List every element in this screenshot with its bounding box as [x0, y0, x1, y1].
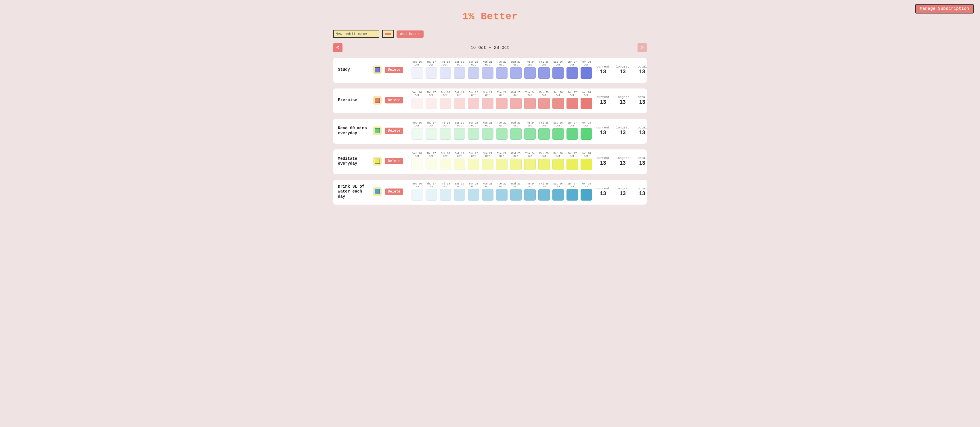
habit-day-cell[interactable] [510, 67, 522, 79]
new-habit-input[interactable] [333, 30, 379, 38]
habit-day-cell[interactable] [482, 159, 493, 170]
delete-habit-button[interactable]: Delete [385, 189, 403, 195]
habit-day-cell[interactable] [552, 67, 564, 79]
habit-day-cell[interactable] [454, 128, 465, 140]
habit-day-cell[interactable] [440, 189, 451, 200]
day-header-label: Thu 17 Oct [427, 152, 436, 158]
habit-day-cell[interactable] [566, 98, 578, 109]
day-column: Tue 22 Oct [495, 183, 508, 200]
habit-day-cell[interactable] [412, 98, 423, 109]
habit-day-cell[interactable] [440, 67, 451, 79]
day-column: Sat 19 Oct [453, 61, 466, 79]
habit-day-cell[interactable] [454, 98, 465, 109]
habit-day-cell[interactable] [566, 159, 578, 170]
habit-day-cell[interactable] [440, 98, 451, 109]
habit-day-cell[interactable] [496, 67, 508, 79]
habit-day-cell[interactable] [412, 189, 423, 200]
habit-color-picker[interactable] [373, 65, 382, 74]
habit-day-cell[interactable] [426, 98, 437, 109]
habit-day-cell[interactable] [524, 159, 536, 170]
habit-day-cell[interactable] [566, 189, 578, 200]
habit-day-cell[interactable] [581, 189, 592, 200]
habit-day-cell[interactable] [538, 159, 550, 170]
habit-day-cell[interactable] [454, 67, 465, 79]
habit-day-cell[interactable] [482, 67, 493, 79]
habit-day-cell[interactable] [468, 189, 479, 200]
habit-day-cell[interactable] [510, 189, 522, 200]
day-column: Mon 28 Oct [580, 91, 593, 109]
habit-color-picker[interactable] [373, 157, 382, 165]
habit-day-cell[interactable] [496, 189, 508, 200]
habit-day-cell[interactable] [538, 128, 550, 140]
habit-day-cell[interactable] [581, 98, 592, 109]
habit-day-cell[interactable] [482, 98, 493, 109]
day-header-label: Mon 28 Oct [582, 122, 591, 128]
day-column: Sat 26 Oct [552, 61, 565, 79]
habit-color-picker[interactable] [373, 187, 382, 196]
delete-habit-button[interactable]: Delete [385, 97, 403, 103]
habit-day-cell[interactable] [524, 98, 536, 109]
habit-color-picker[interactable] [373, 96, 382, 105]
habit-day-cell[interactable] [412, 159, 423, 170]
habit-day-cell[interactable] [468, 128, 479, 140]
manage-subscription-button[interactable]: Manage Subscription [915, 4, 974, 14]
day-column: Mon 21 Oct [481, 122, 494, 140]
habit-color-picker[interactable] [373, 127, 382, 135]
habit-day-cell[interactable] [524, 189, 536, 200]
habit-day-cell[interactable] [581, 128, 592, 140]
habit-day-cell[interactable] [538, 67, 550, 79]
habit-days-row: Wed 16 OctThu 17 OctFri 18 OctSat 19 Oct… [410, 152, 593, 170]
habit-day-cell[interactable] [510, 98, 522, 109]
day-column: Fri 25 Oct [538, 183, 550, 200]
day-column: Fri 25 Oct [538, 152, 550, 170]
habit-day-cell[interactable] [566, 67, 578, 79]
habit-day-cell[interactable] [581, 159, 592, 170]
habit-day-cell[interactable] [581, 67, 592, 79]
habit-day-cell[interactable] [482, 189, 493, 200]
habit-day-cell[interactable] [510, 159, 522, 170]
habit-day-cell[interactable] [566, 128, 578, 140]
habit-day-cell[interactable] [538, 98, 550, 109]
habit-day-cell[interactable] [426, 67, 437, 79]
habit-day-cell[interactable] [454, 159, 465, 170]
habit-day-cell[interactable] [468, 67, 479, 79]
habit-day-cell[interactable] [524, 67, 536, 79]
delete-habit-button[interactable]: Delete [385, 67, 403, 73]
habit-day-cell[interactable] [440, 128, 451, 140]
habit-day-cell[interactable] [510, 128, 522, 140]
day-header-label: Sat 19 Oct [455, 152, 464, 158]
day-header-label: Sat 26 Oct [554, 91, 563, 97]
habit-day-cell[interactable] [552, 128, 564, 140]
habit-day-cell[interactable] [524, 128, 536, 140]
habit-day-cell[interactable] [538, 189, 550, 200]
habit-day-cell[interactable] [496, 128, 508, 140]
add-habit-button[interactable]: Add Habit [396, 30, 423, 38]
habit-day-cell[interactable] [468, 159, 479, 170]
habit-day-cell[interactable] [412, 128, 423, 140]
delete-habit-button[interactable]: Delete [385, 128, 403, 134]
habit-day-cell[interactable] [552, 159, 564, 170]
habit-day-cell[interactable] [468, 98, 479, 109]
habit-day-cell[interactable] [552, 189, 564, 200]
habit-day-cell[interactable] [426, 159, 437, 170]
habit-day-cell[interactable] [426, 189, 437, 200]
stat-longest-label: longest [616, 65, 630, 68]
habit-day-cell[interactable] [454, 189, 465, 200]
habit-day-cell[interactable] [482, 128, 493, 140]
habit-day-cell[interactable] [496, 159, 508, 170]
habit-day-cell[interactable] [412, 67, 423, 79]
habit-day-cell[interactable] [440, 159, 451, 170]
habit-day-cell[interactable] [426, 128, 437, 140]
next-week-button[interactable]: > [638, 43, 647, 52]
day-header-label: Wed 16 Oct [413, 61, 422, 67]
delete-habit-button[interactable]: Delete [385, 158, 403, 164]
day-column: Thu 24 Oct [523, 61, 536, 79]
day-header-label: Sun 27 Oct [568, 183, 577, 189]
prev-week-button[interactable]: < [333, 43, 342, 52]
habit-day-cell[interactable] [496, 98, 508, 109]
date-range-label: 16 Oct - 28 Oct [471, 45, 509, 50]
day-header-label: Fri 18 Oct [441, 183, 450, 189]
habit-day-cell[interactable] [552, 98, 564, 109]
stat-total-value: 13 [635, 68, 649, 75]
new-habit-color-picker[interactable] [382, 30, 394, 38]
